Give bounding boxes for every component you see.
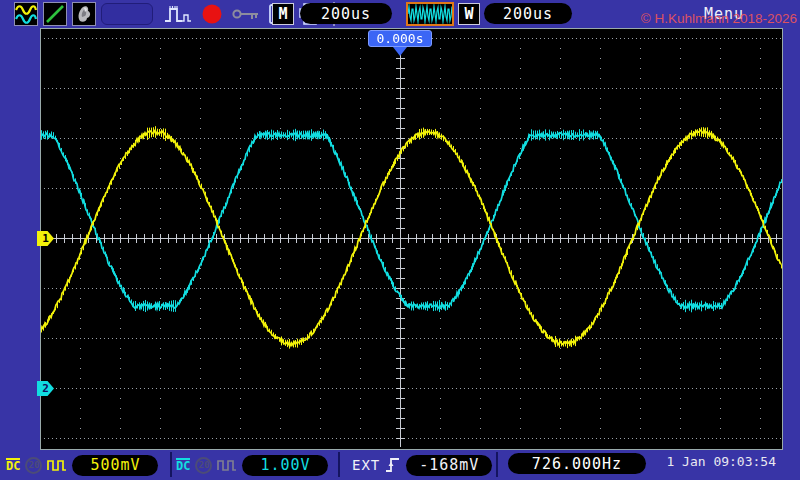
ch1-coupling-icon: DC xyxy=(6,458,20,473)
pulse-icon[interactable] xyxy=(164,2,192,26)
ch1-volts-per-div[interactable]: 500mV xyxy=(72,455,158,476)
status-divider xyxy=(496,452,498,477)
channel2-status[interactable]: DC 20 1.00V xyxy=(176,452,328,478)
watermark-text: © H.Kuhlmann 2018-2026 xyxy=(641,11,797,26)
channel1-status[interactable]: DC 20 500mV xyxy=(6,452,158,478)
ch1-squarewave-icon xyxy=(47,458,67,473)
diagonal-line-icon[interactable] xyxy=(43,2,67,26)
channel-waves-icon[interactable] xyxy=(14,2,38,26)
ch1-bandwidth-icon: 20 xyxy=(25,457,42,474)
status-divider xyxy=(338,452,340,477)
ch2-volts-per-div[interactable]: 1.00V xyxy=(242,455,328,476)
window-timebase-value[interactable]: 200us xyxy=(484,3,572,24)
ch2-bandwidth-icon: 20 xyxy=(195,457,212,474)
main-timebase-value[interactable]: 200us xyxy=(300,3,392,24)
trigger-level-value[interactable]: -168mV xyxy=(406,455,492,476)
datetime-display: 1 Jan 09:03:54 xyxy=(666,454,776,469)
status-bar: DC 20 500mV DC 20 1.00V EXT -168mV 726 xyxy=(0,450,800,480)
zoom-waveform-preview[interactable] xyxy=(406,2,454,26)
trigger-source-label: EXT xyxy=(352,457,380,473)
waveform-canvas xyxy=(41,29,782,449)
main-timebase-label: M xyxy=(272,3,294,25)
trigger-offset-tag[interactable]: 0.000s xyxy=(368,30,432,47)
rising-edge-icon xyxy=(385,455,401,475)
ch2-coupling-icon: DC xyxy=(176,458,190,473)
window-timebase-label: W xyxy=(458,3,480,25)
frequency-counter: 726.000Hz xyxy=(508,453,646,474)
ch2-squarewave-icon xyxy=(217,458,237,473)
record-icon[interactable] xyxy=(201,3,223,25)
trigger-status[interactable]: EXT -168mV xyxy=(352,452,492,478)
screen-copy-icon[interactable] xyxy=(72,2,96,26)
graticule-screen: 0.000s 1 2 xyxy=(40,28,783,450)
status-divider xyxy=(170,452,172,477)
trigger-position-pointer-icon[interactable] xyxy=(393,47,407,56)
blank-slot-button[interactable] xyxy=(101,3,153,25)
keylock-icon[interactable] xyxy=(232,6,260,22)
